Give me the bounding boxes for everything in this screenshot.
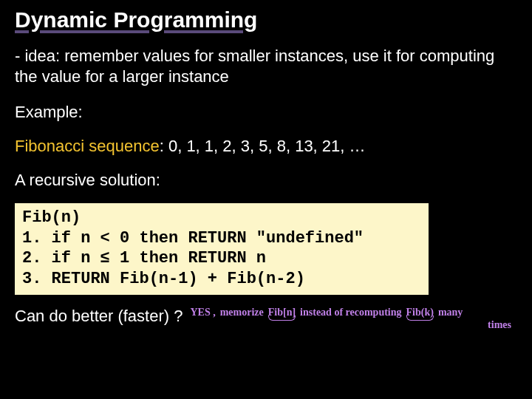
recursive-solution-label: A recursive solution: (15, 171, 517, 190)
code-line-3: 3. RETURN Fib(n-1) + Fib(n-2) (22, 270, 305, 288)
code-line-2: 2. if n ≤ 1 then RETURN n (22, 249, 266, 267)
hand-yes: YES , (190, 307, 215, 319)
idea-text: - idea: remember values for smaller inst… (15, 46, 517, 86)
fibonacci-values: 0, 1, 1, 2, 3, 5, 8, 13, 21, … (168, 137, 366, 155)
hand-fibn: Fib[n] (268, 307, 296, 319)
code-block: Fib(n) 1. if n < 0 then RETURN "undefine… (15, 203, 429, 295)
question-text: Can do better (faster) ? (15, 307, 183, 326)
code-line-0: Fib(n) (22, 208, 81, 227)
handwritten-annotation: YES , memorize Fib[n] instead of recompu… (190, 307, 517, 331)
hand-memorize: memorize (220, 307, 264, 319)
page-title: Dynamic Programming (15, 7, 517, 33)
fibonacci-label: Fibonacci sequence (15, 137, 160, 155)
fibonacci-line: Fibonacci sequence: 0, 1, 1, 2, 3, 5, 8,… (15, 137, 517, 156)
example-label: Example: (15, 103, 517, 122)
hand-times: times (488, 319, 511, 330)
hand-fibk: Fib(k) (406, 307, 434, 319)
fibonacci-colon: : (160, 137, 168, 155)
hand-instead: instead of recomputing (300, 307, 401, 319)
code-line-1: 1. if n < 0 then RETURN "undefined" (22, 229, 364, 248)
hand-many: many (438, 307, 463, 319)
